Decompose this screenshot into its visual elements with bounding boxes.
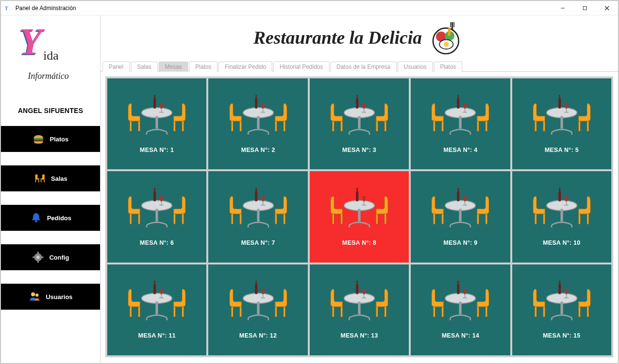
app-window: Y Panel de Adminstración Y Y ida Infor xyxy=(0,0,619,364)
svg-point-26 xyxy=(31,292,35,296)
svg-rect-34 xyxy=(448,28,451,36)
tab-label: Historial Pedidos xyxy=(279,63,323,70)
food-plate-icon xyxy=(427,20,465,55)
table-icon xyxy=(123,90,190,138)
sidebar-nav: Platos xyxy=(1,126,100,310)
mesa-label: MESA N°: 10 xyxy=(543,239,581,246)
mesa-card[interactable]: MESA N°: 1 xyxy=(107,78,206,169)
svg-rect-11 xyxy=(35,175,38,178)
mesa-card[interactable]: MESA N°: 3 xyxy=(310,78,409,169)
table-icon xyxy=(326,276,393,324)
svg-rect-12 xyxy=(35,178,39,179)
tab-label: Finalizar Pedido xyxy=(225,63,266,70)
nav-label: Usuarios xyxy=(46,293,73,301)
mesa-label: MESA N°: 6 xyxy=(140,239,174,246)
titlebar: Y Panel de Adminstración xyxy=(1,1,618,15)
tab-platos[interactable]: Platos xyxy=(189,62,217,72)
mesa-label: MESA N°: 4 xyxy=(443,147,478,153)
svg-text:ida: ida xyxy=(43,49,59,63)
svg-point-27 xyxy=(36,294,39,297)
table-icon xyxy=(123,183,190,231)
tab-datos-de-la-empresa[interactable]: Datos de la Empresa xyxy=(330,62,397,72)
tab-label: Usuarios xyxy=(404,63,427,70)
mesa-card[interactable]: MESA N°: 2 xyxy=(208,78,307,169)
window-title: Panel de Adminstración xyxy=(15,5,552,12)
tab-historial-pedidos[interactable]: Historial Pedidos xyxy=(273,62,329,72)
users-icon xyxy=(28,290,41,303)
tab-finalizar-pedido[interactable]: Finalizar Pedido xyxy=(218,62,272,72)
mesa-card[interactable]: MESA N°: 7 xyxy=(208,171,307,262)
tab-panel[interactable]: Panel xyxy=(102,62,130,72)
tab-usuarios[interactable]: Usuarios xyxy=(398,62,433,72)
svg-point-21 xyxy=(37,256,40,259)
mesa-card[interactable]: MESA N°: 12 xyxy=(208,264,307,355)
mesa-card[interactable]: MESA N°: 14 xyxy=(411,264,510,355)
mesa-card[interactable]: MESA N°: 13 xyxy=(310,264,409,355)
main-area: Restaurante la Delicia PanelS xyxy=(101,15,618,363)
sidebar: Y Y ida Informático ANGEL SIFUENTES xyxy=(1,15,101,363)
svg-rect-25 xyxy=(41,256,44,258)
mesa-label: MESA N°: 9 xyxy=(443,239,478,246)
tab-mesas[interactable]: Mesas xyxy=(159,62,188,72)
tab-label: Datos de la Empresa xyxy=(337,63,391,70)
mesa-label: MESA N°: 12 xyxy=(240,332,277,339)
nav-label: Config xyxy=(49,254,69,261)
table-icon xyxy=(528,183,595,231)
svg-rect-22 xyxy=(38,252,39,254)
svg-rect-23 xyxy=(38,261,39,263)
mesa-label: MESA N°: 3 xyxy=(342,147,377,153)
mesa-label: MESA N°: 5 xyxy=(544,147,579,153)
mesa-grid: MESA N°: 1MESA N°: 2MESA N°: 3MESA N°: 4… xyxy=(105,76,613,357)
close-button[interactable] xyxy=(596,1,618,15)
mesa-panel: MESA N°: 1MESA N°: 2MESA N°: 3MESA N°: 4… xyxy=(101,72,618,363)
nav-label: Platos xyxy=(50,136,68,143)
tab-salas[interactable]: Salas xyxy=(131,62,158,72)
minimize-button[interactable] xyxy=(552,1,574,15)
nav-pedidos[interactable]: Pedidos xyxy=(1,205,100,231)
tab-platos[interactable]: Platos xyxy=(434,62,462,72)
mesa-card[interactable]: MESA N°: 10 xyxy=(512,171,611,262)
nav-usuarios[interactable]: Usuarios xyxy=(1,284,100,310)
tabstrip: PanelSalasMesasPlatosFinalizar PedidoHis… xyxy=(101,60,618,72)
svg-rect-30 xyxy=(454,22,455,27)
mesa-label: MESA N°: 13 xyxy=(341,332,378,339)
svg-rect-17 xyxy=(41,179,42,182)
mesa-card[interactable]: MESA N°: 4 xyxy=(411,78,510,169)
nav-config[interactable]: Config xyxy=(1,244,100,270)
tab-label: Platos xyxy=(440,63,456,70)
mesa-card[interactable]: MESA N°: 8 xyxy=(310,171,409,262)
table-icon xyxy=(123,276,190,324)
svg-text:Y: Y xyxy=(19,20,45,62)
svg-rect-24 xyxy=(33,256,35,258)
header: Restaurante la Delicia xyxy=(101,15,618,60)
mesa-label: MESA N°: 1 xyxy=(140,147,174,153)
table-icon xyxy=(225,183,292,231)
svg-text:Y: Y xyxy=(5,5,9,12)
mesa-label: MESA N°: 7 xyxy=(241,239,275,246)
nav-platos[interactable]: Platos xyxy=(1,126,100,152)
svg-rect-29 xyxy=(450,22,451,27)
mesa-card[interactable]: MESA N°: 9 xyxy=(411,171,510,262)
table-icon xyxy=(427,90,494,138)
chairs-icon xyxy=(34,172,46,185)
mesa-card[interactable]: MESA N°: 6 xyxy=(107,171,206,262)
tab-label: Mesas xyxy=(165,63,182,70)
svg-rect-15 xyxy=(42,175,45,178)
burger-icon xyxy=(32,133,45,145)
nav-salas[interactable]: Salas xyxy=(1,165,100,191)
mesa-label: MESA N°: 14 xyxy=(442,332,479,339)
maximize-button[interactable] xyxy=(574,1,596,15)
mesa-label: MESA N°: 11 xyxy=(138,332,176,339)
svg-rect-18 xyxy=(44,179,45,182)
svg-rect-16 xyxy=(41,178,45,179)
current-user-label: ANGEL SIFUENTES xyxy=(18,107,83,114)
logo: Y Y ida Informático xyxy=(10,20,91,88)
app-icon: Y xyxy=(5,4,13,12)
table-icon xyxy=(528,276,595,324)
table-icon xyxy=(528,90,595,138)
window-controls xyxy=(552,1,618,15)
mesa-card[interactable]: MESA N°: 5 xyxy=(512,78,611,169)
mesa-card[interactable]: MESA N°: 11 xyxy=(107,264,206,355)
mesa-card[interactable]: MESA N°: 15 xyxy=(512,264,611,355)
svg-rect-14 xyxy=(38,179,39,182)
